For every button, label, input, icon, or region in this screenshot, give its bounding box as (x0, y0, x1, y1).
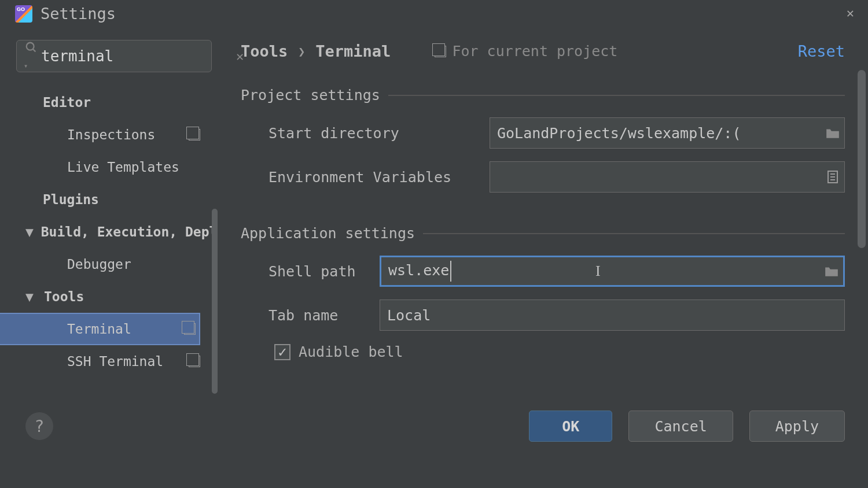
search-icon: ▾ (25, 41, 38, 71)
env-vars-field[interactable] (490, 161, 845, 193)
apply-button[interactable]: Apply (749, 411, 845, 442)
settings-sidebar: ▾ ✕ Editor Inspections Live Templates Pl… (0, 28, 220, 396)
expand-icon: ▼ (25, 289, 38, 304)
env-vars-label: Environment Variables (269, 169, 490, 186)
close-icon[interactable]: ✕ (847, 6, 854, 20)
tab-name-label: Tab name (269, 307, 380, 324)
project-scope-icon (189, 129, 200, 141)
svg-point-0 (27, 43, 34, 50)
list-edit-icon[interactable] (821, 170, 844, 184)
project-scope-icon (189, 356, 200, 367)
project-scope-icon (184, 323, 196, 335)
search-field[interactable]: ▾ ✕ (16, 40, 212, 72)
section-project-settings: Project settings (241, 87, 845, 103)
window-titlebar: Settings ✕ (0, 0, 868, 28)
settings-main: Tools ❯ Terminal For current project Res… (220, 28, 868, 396)
sidebar-item-build[interactable]: ▼Build, Execution, Deployment (0, 216, 212, 248)
sidebar-item-inspections[interactable]: Inspections (0, 119, 212, 151)
svg-line-1 (33, 49, 36, 52)
section-application-settings: Application settings (241, 225, 845, 242)
sidebar-item-debugger[interactable]: Debugger (0, 248, 212, 280)
sidebar-item-plugins[interactable]: Plugins (0, 183, 212, 216)
search-input[interactable] (41, 47, 236, 65)
text-cursor (450, 261, 451, 282)
main-scrollbar[interactable] (858, 70, 866, 248)
settings-header: Tools ❯ Terminal For current project Res… (241, 42, 845, 60)
browse-folder-icon[interactable] (820, 265, 843, 278)
dialog-footer: ? OK Cancel Apply (0, 396, 868, 456)
reset-link[interactable]: Reset (798, 42, 845, 60)
sidebar-item-live-templates[interactable]: Live Templates (0, 151, 212, 183)
settings-tree: Editor Inspections Live Templates Plugin… (16, 86, 212, 378)
window-title: Settings (41, 5, 116, 23)
scope-indicator: For current project (431, 43, 617, 60)
start-directory-label: Start directory (269, 125, 490, 142)
start-directory-field[interactable]: ):/GoLandProjects/wslexample (490, 117, 845, 149)
browse-folder-icon[interactable] (821, 127, 844, 139)
sidebar-item-editor[interactable]: Editor (0, 86, 212, 119)
expand-icon: ▼ (25, 224, 35, 239)
ok-button[interactable]: OK (529, 411, 612, 442)
tab-name-field[interactable]: Local (380, 300, 845, 331)
chevron-right-icon: ❯ (298, 45, 305, 58)
cancel-button[interactable]: Cancel (628, 411, 733, 442)
app-icon (15, 5, 32, 23)
sidebar-item-terminal[interactable]: Terminal (0, 313, 200, 345)
project-scope-icon (435, 46, 446, 57)
sidebar-item-ssh-terminal[interactable]: SSH Terminal (0, 345, 212, 378)
checkbox-icon: ✓ (274, 344, 290, 360)
sidebar-item-tools[interactable]: ▼Tools (0, 280, 212, 313)
sidebar-scrollbar[interactable] (212, 209, 218, 394)
breadcrumb-root[interactable]: Tools (241, 42, 288, 60)
shell-path-field[interactable]: wsl.exe I (380, 256, 845, 287)
audible-bell-checkbox[interactable]: ✓ Audible bell (241, 343, 845, 360)
shell-path-label: Shell path (269, 263, 380, 280)
help-button[interactable]: ? (25, 412, 53, 440)
breadcrumb-leaf: Terminal (315, 42, 391, 60)
